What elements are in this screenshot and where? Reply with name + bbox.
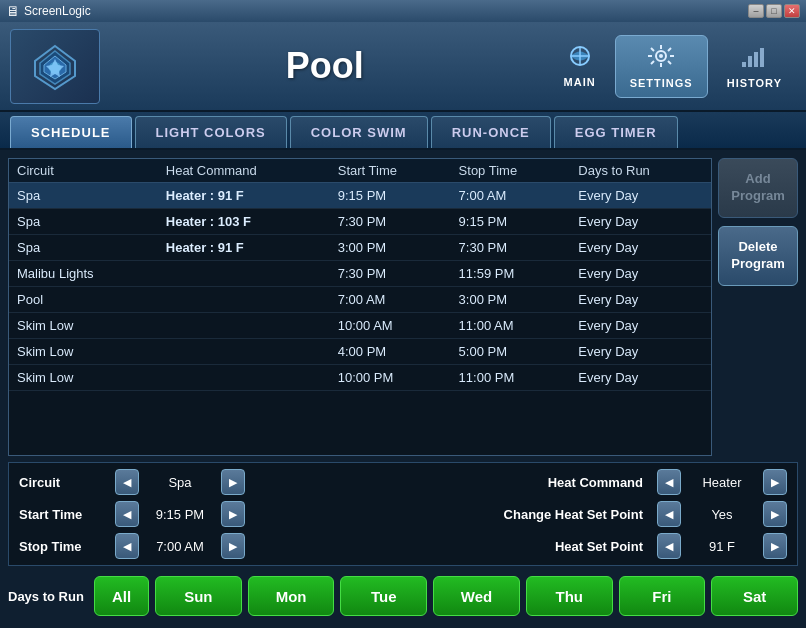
nav-buttons: MAIN [550,35,796,98]
tab-egg-timer[interactable]: EGG TIMER [554,116,678,148]
heat-command-next-button[interactable]: ▶ [763,469,787,495]
change-heat-set-point-row: Change Heat Set Point ◀ Yes ▶ [406,501,788,527]
side-buttons: AddProgram DeleteProgram [718,158,798,456]
tab-run-once[interactable]: RUN-ONCE [431,116,551,148]
cell-stop-time: 9:15 PM [451,209,571,235]
cell-circuit: Spa [9,235,158,261]
cell-heat-command [158,261,330,287]
cell-start-time: 10:00 PM [330,365,451,391]
stop-time-next-button[interactable]: ▶ [221,533,245,559]
history-icon [740,44,768,74]
controls-section: Circuit ◀ Spa ▶ Start Time ◀ 9:15 PM ▶ S… [8,462,798,566]
cell-start-time: 10:00 AM [330,313,451,339]
stop-time-value: 7:00 AM [145,539,215,554]
change-heat-set-point-label: Change Heat Set Point [406,507,652,522]
table-row[interactable]: Pool 7:00 AM 3:00 PM Every Day [9,287,711,313]
circuit-value: Spa [145,475,215,490]
table-row[interactable]: Malibu Lights 7:30 PM 11:59 PM Every Day [9,261,711,287]
delete-program-button[interactable]: DeleteProgram [718,226,798,286]
cell-start-time: 4:00 PM [330,339,451,365]
tab-light-colors[interactable]: LIGHT COLORS [135,116,287,148]
day-btn-all[interactable]: All [94,576,149,616]
table-row[interactable]: Skim Low 10:00 PM 11:00 PM Every Day [9,365,711,391]
heat-set-point-next-button[interactable]: ▶ [763,533,787,559]
tab-color-swim[interactable]: COLOR SWIM [290,116,428,148]
cell-circuit: Pool [9,287,158,313]
tab-schedule[interactable]: SCHEDULE [10,116,132,148]
add-program-button[interactable]: AddProgram [718,158,798,218]
main-content: Circuit Heat Command Start Time Stop Tim… [0,150,806,628]
cell-days-to-run: Every Day [570,287,711,313]
col-stop-time: Stop Time [451,159,571,183]
start-time-prev-button[interactable]: ◀ [115,501,139,527]
circuit-prev-button[interactable]: ◀ [115,469,139,495]
cell-heat-command [158,339,330,365]
days-to-run-label: Days to Run [8,589,88,604]
schedule-table: Circuit Heat Command Start Time Stop Tim… [9,159,711,391]
table-row[interactable]: Skim Low 4:00 PM 5:00 PM Every Day [9,339,711,365]
col-start-time: Start Time [330,159,451,183]
nav-history[interactable]: HISTORY [713,36,796,97]
table-row[interactable]: Spa Heater : 103 F 7:30 PM 9:15 PM Every… [9,209,711,235]
cell-start-time: 7:30 PM [330,261,451,287]
cell-stop-time: 11:59 PM [451,261,571,287]
heat-set-point-prev-button[interactable]: ◀ [657,533,681,559]
controls-left: Circuit ◀ Spa ▶ Start Time ◀ 9:15 PM ▶ S… [19,469,401,559]
cell-days-to-run: Every Day [570,209,711,235]
title-bar-text: ScreenLogic [24,4,744,18]
cell-heat-command [158,313,330,339]
nav-main[interactable]: MAIN [550,37,610,96]
heat-command-prev-button[interactable]: ◀ [657,469,681,495]
schedule-table-container[interactable]: Circuit Heat Command Start Time Stop Tim… [8,158,712,456]
cell-days-to-run: Every Day [570,183,711,209]
table-row[interactable]: Spa Heater : 91 F 9:15 PM 7:00 AM Every … [9,183,711,209]
cell-start-time: 3:00 PM [330,235,451,261]
heat-command-label: Heat Command [406,475,652,490]
cell-stop-time: 11:00 AM [451,313,571,339]
cell-circuit: Spa [9,209,158,235]
title-bar: 🖥 ScreenLogic – □ ✕ [0,0,806,22]
start-time-label: Start Time [19,507,109,522]
cell-heat-command: Heater : 91 F [158,235,330,261]
circuit-next-button[interactable]: ▶ [221,469,245,495]
change-heat-prev-button[interactable]: ◀ [657,501,681,527]
svg-point-9 [659,54,663,58]
svg-line-16 [668,48,671,51]
cell-start-time: 7:30 PM [330,209,451,235]
stop-time-prev-button[interactable]: ◀ [115,533,139,559]
heat-command-control-row: Heat Command ◀ Heater ▶ [406,469,788,495]
cell-heat-command [158,287,330,313]
cell-days-to-run: Every Day [570,235,711,261]
settings-icon [647,44,675,74]
svg-rect-19 [748,56,752,67]
cell-heat-command: Heater : 91 F [158,183,330,209]
cell-circuit: Malibu Lights [9,261,158,287]
day-btn-sat[interactable]: Sat [711,576,798,616]
cell-circuit: Skim Low [9,313,158,339]
tabs: SCHEDULE LIGHT COLORS COLOR SWIM RUN-ONC… [0,112,806,150]
table-row[interactable]: Skim Low 10:00 AM 11:00 AM Every Day [9,313,711,339]
close-button[interactable]: ✕ [784,4,800,18]
app-icon: 🖥 [6,3,20,19]
maximize-button[interactable]: □ [766,4,782,18]
day-btn-tue[interactable]: Tue [340,576,427,616]
change-heat-next-button[interactable]: ▶ [763,501,787,527]
cell-heat-command [158,365,330,391]
cell-start-time: 9:15 PM [330,183,451,209]
day-btn-mon[interactable]: Mon [248,576,335,616]
cell-start-time: 7:00 AM [330,287,451,313]
day-btn-sun[interactable]: Sun [155,576,242,616]
svg-line-17 [651,61,654,64]
day-btn-fri[interactable]: Fri [619,576,706,616]
nav-settings[interactable]: SETTINGS [615,35,708,98]
start-time-next-button[interactable]: ▶ [221,501,245,527]
table-row[interactable]: Spa Heater : 91 F 3:00 PM 7:30 PM Every … [9,235,711,261]
col-circuit: Circuit [9,159,158,183]
cell-days-to-run: Every Day [570,339,711,365]
minimize-button[interactable]: – [748,4,764,18]
day-btn-thu[interactable]: Thu [526,576,613,616]
cell-days-to-run: Every Day [570,261,711,287]
window-controls: – □ ✕ [748,4,800,18]
day-btn-wed[interactable]: Wed [433,576,520,616]
circuit-label: Circuit [19,475,109,490]
